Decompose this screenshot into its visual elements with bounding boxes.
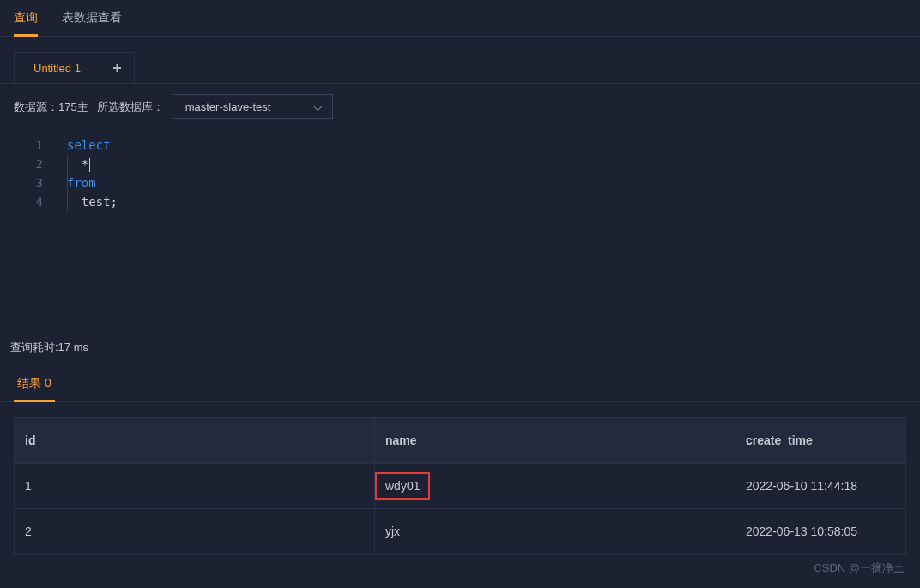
code-keyword: select xyxy=(67,138,111,152)
top-tabs: 查询 表数据查看 xyxy=(0,0,920,37)
table-row[interactable]: 2 yjx 2022-06-13 10:58:05 xyxy=(15,509,906,555)
query-time-status: 查询耗时:17 ms xyxy=(0,328,920,367)
code-text: test; xyxy=(82,195,118,209)
col-header-id[interactable]: id xyxy=(15,418,375,464)
line-number: 2 xyxy=(0,155,43,173)
database-select[interactable]: master-slave-test xyxy=(172,94,334,119)
col-header-create-time[interactable]: create_time xyxy=(735,418,906,464)
file-tab-untitled1[interactable]: Untitled 1 xyxy=(14,52,100,83)
cell-create-time[interactable]: 2022-06-10 11:44:18 xyxy=(735,464,906,509)
result-tabs: 结果 0 xyxy=(0,367,920,402)
plus-icon: + xyxy=(112,59,122,77)
cell-name[interactable]: wdy01 xyxy=(375,464,735,509)
editor-code[interactable]: select * from test; xyxy=(51,130,118,328)
new-tab-button[interactable]: + xyxy=(100,52,135,83)
results-table: id name create_time 1 wdy01 2022-06-10 1… xyxy=(14,417,906,555)
chevron-down-icon xyxy=(313,100,323,110)
toolbar: 数据源：175主 所选数据库： master-slave-test xyxy=(0,83,920,130)
tab-table-data[interactable]: 表数据查看 xyxy=(62,10,122,36)
line-number: 1 xyxy=(0,136,43,155)
table-row[interactable]: 1 wdy01 2022-06-10 11:44:18 xyxy=(15,464,906,509)
cell-id[interactable]: 1 xyxy=(15,464,375,509)
code-text xyxy=(67,157,82,171)
code-keyword: from xyxy=(67,176,96,190)
cell-id[interactable]: 2 xyxy=(15,509,375,555)
watermark-text: CSDN @一摘净土 xyxy=(814,561,905,576)
col-header-name[interactable]: name xyxy=(375,418,735,464)
file-tabs: Untitled 1 + xyxy=(0,37,920,83)
code-text: * xyxy=(82,157,88,171)
code-text xyxy=(67,195,82,209)
indent-guide xyxy=(67,155,68,211)
editor-gutter: 1 2 3 4 xyxy=(0,130,51,328)
cursor-icon xyxy=(89,158,90,172)
cell-create-time[interactable]: 2022-06-13 10:58:05 xyxy=(735,509,906,555)
db-label: 所选数据库： xyxy=(97,100,164,115)
datasource-label: 数据源：175主 xyxy=(14,100,88,115)
table-header-row: id name create_time xyxy=(15,418,906,464)
line-number: 3 xyxy=(0,173,43,192)
highlighted-cell: wdy01 xyxy=(375,472,430,500)
cell-name[interactable]: yjx xyxy=(375,509,735,555)
tab-query[interactable]: 查询 xyxy=(14,10,38,37)
line-number: 4 xyxy=(0,192,43,211)
database-select-value: master-slave-test xyxy=(185,100,271,113)
results-table-wrap: id name create_time 1 wdy01 2022-06-10 1… xyxy=(0,402,920,555)
result-tab-0[interactable]: 结果 0 xyxy=(14,367,55,402)
sql-editor[interactable]: 1 2 3 4 select * from test; xyxy=(0,130,920,328)
